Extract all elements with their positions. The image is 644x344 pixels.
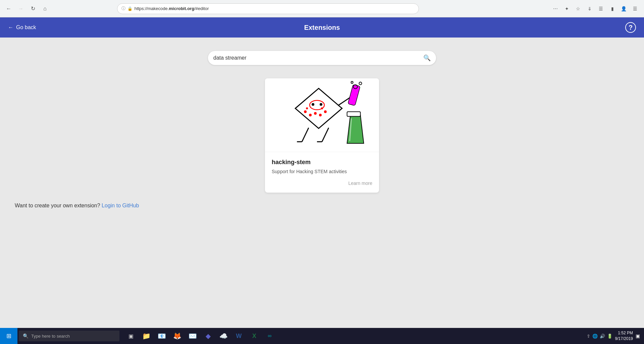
learn-more-button[interactable]: Learn more <box>348 181 372 186</box>
start-button[interactable]: ⊞ <box>0 328 17 344</box>
taskbar-time[interactable]: 1:52 PM 9/17/2019 <box>615 330 633 342</box>
svg-line-12 <box>322 128 329 142</box>
chevron-up-icon[interactable]: ⇧ <box>587 334 590 339</box>
notification-button[interactable]: ▣ <box>636 333 640 339</box>
sidebar-button[interactable]: ▮ <box>608 4 617 13</box>
more-button[interactable]: ⋯ <box>551 4 560 13</box>
svg-point-7 <box>306 108 308 110</box>
volume-icon[interactable]: 🔊 <box>600 334 605 339</box>
card-footer: Learn more <box>272 181 372 186</box>
word-button[interactable]: W <box>231 329 246 343</box>
page-title: Extensions <box>304 24 340 31</box>
url-display: https://makecode.microbit.org/#editor <box>135 6 415 11</box>
promo-text: Want to create your own extension? <box>15 203 100 208</box>
pocket-button[interactable]: ✦ <box>562 4 572 13</box>
svg-rect-16 <box>348 84 360 106</box>
onedrive-icon: ☁️ <box>219 332 228 340</box>
taskbar-search[interactable]: 🔍 Type here to search <box>19 331 119 341</box>
folder-icon: 📁 <box>142 332 151 340</box>
taskbar-right: ⇧ 🌐 🔊 🔋 1:52 PM 9/17/2019 ▣ <box>587 330 644 342</box>
system-tray: ⇧ 🌐 🔊 🔋 <box>587 334 612 339</box>
forward-button[interactable]: → <box>16 4 25 13</box>
firefox-icon: 🦊 <box>173 332 181 340</box>
svg-point-9 <box>312 103 314 106</box>
taskbar-search-icon: 🔍 <box>23 333 29 339</box>
account-button[interactable]: 👤 <box>619 4 629 13</box>
excel-icon: X <box>252 333 256 340</box>
arduino-icon: ∞ <box>268 333 271 339</box>
mail-icon: ✉️ <box>189 332 197 340</box>
lock-icon: 🔒 <box>127 6 132 11</box>
svg-point-18 <box>359 82 362 85</box>
battery-icon[interactable]: 🔋 <box>607 334 612 339</box>
teams-icon: ◆ <box>206 332 211 340</box>
svg-point-4 <box>314 112 317 115</box>
search-input[interactable] <box>213 55 423 61</box>
arduino-button[interactable]: ∞ <box>262 329 277 343</box>
network-icon[interactable]: 🌐 <box>592 334 598 339</box>
browser-chrome: ← → ↻ ⌂ ⓘ 🔒 https://makecode.microbit.or… <box>0 0 644 17</box>
task-view-button[interactable]: ▣ <box>123 329 138 343</box>
browser-actions: ⋯ ✦ ☆ ⇓ ☰ ▮ 👤 ☰ <box>551 4 640 13</box>
svg-line-11 <box>302 128 309 142</box>
onedrive-button[interactable]: ☁️ <box>216 329 231 343</box>
login-github-link[interactable]: Login to GitHub <box>102 203 139 208</box>
teams-button[interactable]: ◆ <box>201 329 215 343</box>
svg-rect-21 <box>347 112 361 117</box>
windows-icon: ⊞ <box>6 332 11 340</box>
cards-container: hacking-stem Support for Hacking STEM ac… <box>7 78 637 193</box>
app-header: ← Go back Extensions ? <box>0 17 644 38</box>
search-button[interactable]: 🔍 <box>423 54 431 62</box>
extension-card-hacking-stem[interactable]: hacking-stem Support for Hacking STEM ac… <box>265 78 379 193</box>
svg-point-6 <box>324 111 327 113</box>
download-button[interactable]: ⇓ <box>585 4 594 13</box>
svg-point-10 <box>320 103 322 106</box>
svg-point-19 <box>351 81 353 83</box>
word-icon: W <box>236 333 242 340</box>
card-illustration <box>265 78 379 152</box>
main-content: 🔍 <box>0 38 644 328</box>
home-button[interactable]: ⌂ <box>40 4 50 13</box>
svg-point-8 <box>321 108 323 110</box>
svg-point-2 <box>304 111 307 113</box>
outlook-icon: 📧 <box>158 332 166 340</box>
card-image <box>265 78 379 152</box>
go-back-button[interactable]: ← Go back <box>8 24 36 30</box>
search-bar: 🔍 <box>208 51 436 65</box>
excel-button[interactable]: X <box>247 329 262 343</box>
mail-button[interactable]: ✉️ <box>185 329 200 343</box>
file-explorer-button[interactable]: 📁 <box>139 329 154 343</box>
taskbar-search-placeholder: Type here to search <box>31 334 70 339</box>
svg-point-3 <box>309 114 312 117</box>
card-description: Support for Hacking STEM activities <box>272 168 372 175</box>
taskbar-apps: ▣ 📁 📧 🦊 ✉️ ◆ ☁️ W X <box>123 329 277 343</box>
menu-button[interactable]: ☰ <box>631 4 640 13</box>
search-icon: 🔍 <box>423 54 431 62</box>
reader-button[interactable]: ☰ <box>596 4 606 13</box>
help-button[interactable]: ? <box>625 22 636 33</box>
taskbar: ⊞ 🔍 Type here to search ▣ 📁 📧 🦊 ✉️ ◆ <box>0 328 644 344</box>
card-body: hacking-stem Support for Hacking STEM ac… <box>265 152 379 193</box>
bookmark-button[interactable]: ☆ <box>574 4 583 13</box>
outlook-button[interactable]: 📧 <box>154 329 169 343</box>
back-arrow-icon: ← <box>8 24 13 30</box>
info-icon: ⓘ <box>121 6 125 11</box>
go-back-label: Go back <box>16 24 36 30</box>
card-title: hacking-stem <box>272 159 372 166</box>
address-bar[interactable]: ⓘ 🔒 https://makecode.microbit.org/#edito… <box>117 3 419 14</box>
search-container: 🔍 <box>7 51 637 65</box>
firefox-button[interactable]: 🦊 <box>170 329 184 343</box>
svg-point-5 <box>319 114 322 117</box>
task-view-icon: ▣ <box>128 333 133 339</box>
bottom-promo: Want to create your own extension? Login… <box>7 193 637 219</box>
date-display: 9/17/2019 <box>615 336 633 342</box>
clock-display: 1:52 PM <box>615 330 633 336</box>
back-button[interactable]: ← <box>4 4 13 13</box>
refresh-button[interactable]: ↻ <box>28 4 38 13</box>
